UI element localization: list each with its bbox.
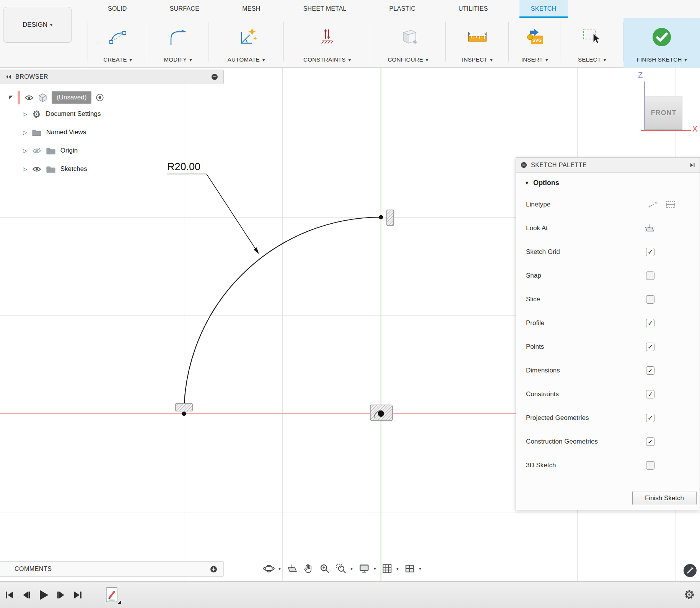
tab-utilities[interactable]: UTILITIES — [447, 0, 499, 18]
toolbar-group-modify[interactable]: MODIFY▾ — [147, 18, 208, 68]
viewcube-front-face[interactable]: FRONT — [645, 96, 682, 130]
timeline-sketch-feature[interactable] — [106, 587, 118, 603]
chevron-down-icon: ▾ — [490, 57, 493, 63]
play-button[interactable] — [37, 589, 50, 601]
step-back-button[interactable] — [21, 590, 31, 600]
viewcube[interactable]: Z FRONT X — [635, 71, 700, 138]
radio-target-icon[interactable] — [96, 93, 104, 102]
projected-geometries-checkbox[interactable] — [646, 414, 654, 422]
disclosure-triangle-icon[interactable]: ▷ — [23, 148, 27, 154]
eye-slash-icon[interactable] — [32, 148, 41, 154]
chevron-down-icon: ▾ — [348, 57, 351, 63]
toolbar-group-automate[interactable]: AUTOMATE▾ — [208, 18, 284, 68]
dimensions-checkbox[interactable] — [646, 366, 654, 375]
chevron-down-icon: ▾ — [396, 566, 399, 571]
timeline-settings-gear[interactable] — [684, 589, 695, 601]
sketch-arc[interactable] — [184, 217, 381, 414]
sketch-grid-checkbox[interactable] — [646, 248, 654, 256]
browser-item-sketches[interactable]: ▷ Sketches — [0, 160, 224, 178]
toolbar-group-insert[interactable]: SVG INSERT▾ — [509, 18, 560, 68]
tab-solid[interactable]: SOLID — [96, 0, 138, 18]
centerline-icon[interactable] — [665, 200, 676, 209]
toolbar-group-configure[interactable]: CONFIGURE▾ — [370, 18, 446, 68]
pen-status-icon — [683, 564, 697, 577]
zoom-window-tool[interactable]: ▾ — [336, 563, 353, 574]
constraints-checkbox[interactable] — [646, 390, 654, 398]
profile-checkbox[interactable] — [646, 319, 654, 327]
options-section-header[interactable]: ▼ Options — [516, 173, 700, 193]
sketch-feature-icon — [106, 587, 118, 603]
options-section-label: Options — [533, 179, 559, 187]
construction-line-icon[interactable] — [648, 200, 658, 209]
browser-root-row[interactable]: (Unsaved) — [0, 90, 224, 105]
grid-settings-tool[interactable]: ▾ — [382, 563, 399, 574]
automate-label: AUTOMATE — [228, 56, 260, 63]
look-at-icon[interactable] — [644, 224, 654, 233]
sketch-palette-title: SKETCH PALETTE — [531, 162, 587, 169]
toolbar-group-constraints[interactable]: CONSTRAINTS▾ — [284, 18, 370, 68]
browser-title: BROWSER — [15, 73, 48, 80]
comments-bar[interactable]: COMMENTS — [0, 561, 224, 577]
palette-row-construction-geometries: Construction Geometries — [516, 430, 700, 454]
pan-tool[interactable] — [303, 563, 314, 574]
circle-minus-icon[interactable] — [521, 162, 527, 168]
look-at-tool[interactable] — [287, 564, 297, 573]
collapse-right-icon[interactable] — [690, 163, 695, 168]
toolbar-group-create[interactable]: CREATE▾ — [88, 18, 147, 68]
zoom-tool[interactable] — [319, 563, 330, 574]
row-label: Profile — [526, 319, 544, 327]
disclosure-triangle-icon[interactable]: ▷ — [23, 166, 27, 172]
canvas-status-badge[interactable] — [683, 564, 697, 577]
construction-geometries-checkbox[interactable] — [646, 437, 654, 446]
viewports-tool[interactable]: ▾ — [404, 564, 421, 574]
skip-to-start-button[interactable] — [5, 590, 15, 600]
circle-plus-icon[interactable] — [210, 566, 217, 573]
tab-mesh[interactable]: MESH — [231, 0, 272, 18]
sparkle-measure-icon — [208, 18, 284, 56]
slice-checkbox[interactable] — [646, 295, 654, 304]
browser-item-origin[interactable]: ▷ Origin — [0, 141, 224, 160]
disclosure-triangle-icon[interactable]: ▷ — [23, 129, 27, 135]
eye-icon[interactable] — [32, 166, 41, 172]
arc-create-icon — [88, 18, 147, 56]
eye-icon[interactable] — [24, 94, 34, 101]
gear-icon — [32, 110, 41, 119]
points-checkbox[interactable] — [646, 343, 654, 351]
dimension-arrowhead — [254, 247, 259, 254]
horizontal-constraint-icon[interactable] — [176, 403, 192, 411]
section-collapse-icon[interactable]: ▼ — [524, 180, 529, 186]
browser-item-document-settings[interactable]: ▷ Document Settings — [0, 105, 224, 123]
browser-header[interactable]: BROWSER — [0, 70, 224, 84]
circle-minus-icon[interactable] — [211, 73, 218, 80]
feature-marker-icon — [118, 600, 121, 604]
browser-item-label: Sketches — [60, 165, 87, 173]
3d-sketch-checkbox[interactable] — [646, 461, 654, 470]
orbit-tool[interactable]: ▾ — [263, 563, 281, 574]
constraint-hatch-icon — [284, 18, 370, 56]
sketch-palette-header[interactable]: SKETCH PALETTE — [516, 158, 700, 173]
step-forward-button[interactable] — [56, 590, 66, 600]
toolbar-group-select[interactable]: SELECT▾ — [560, 18, 623, 68]
chevron-down-icon: ▾ — [190, 57, 192, 63]
display-settings-tool[interactable]: ▾ — [358, 563, 376, 574]
disclosure-triangle-icon[interactable]: ▷ — [23, 111, 27, 117]
tab-sheet-metal[interactable]: SHEET METAL — [292, 0, 358, 18]
palette-row-snap: Snap — [516, 264, 700, 288]
skip-to-end-button[interactable] — [73, 590, 83, 600]
browser-item-named-views[interactable]: ▷ Named Views — [0, 123, 224, 141]
collapse-panel-icon[interactable] — [5, 75, 11, 79]
arc-endpoint-left[interactable] — [182, 412, 186, 416]
row-label: Look At — [526, 224, 548, 232]
row-label: Constraints — [526, 390, 559, 398]
arc-endpoint-top[interactable] — [379, 215, 383, 219]
selection-highlight-bar — [18, 91, 20, 104]
origin-point[interactable] — [378, 411, 384, 417]
toolbar-group-finish-sketch[interactable]: FINISH SKETCH▾ — [623, 18, 700, 68]
tab-sketch[interactable]: SKETCH — [519, 0, 568, 18]
snap-checkbox[interactable] — [646, 271, 654, 280]
vertical-constraint-icon[interactable] — [387, 210, 394, 226]
finish-sketch-button[interactable]: Finish Sketch — [632, 491, 697, 505]
tab-surface[interactable]: SURFACE — [158, 0, 211, 18]
toolbar-group-inspect[interactable]: INSPECT▾ — [446, 18, 509, 68]
tab-plastic[interactable]: PLASTIC — [378, 0, 427, 18]
